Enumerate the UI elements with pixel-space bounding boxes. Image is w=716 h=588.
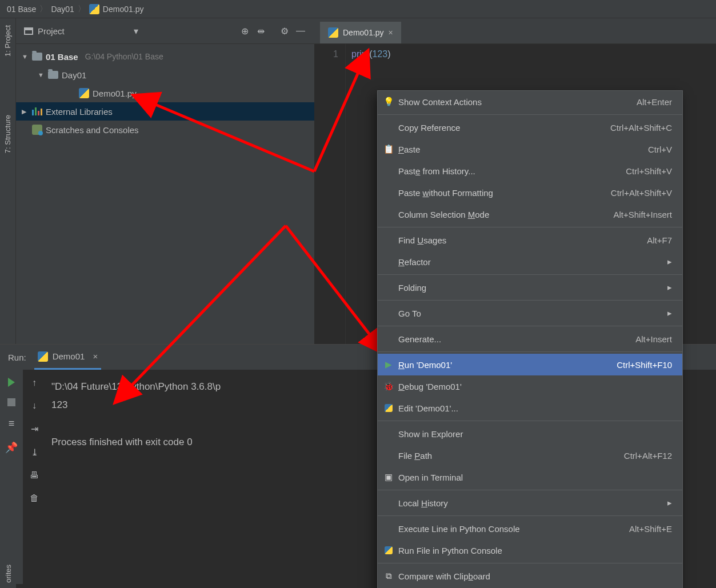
menu-paste[interactable]: 📋PasteCtrl+V xyxy=(378,138,682,160)
menu-shortcut: Ctrl+V xyxy=(648,145,672,154)
menu-separator xyxy=(378,300,682,301)
run-tab-name: Demo01 xyxy=(53,351,85,361)
menu-edit-config[interactable]: Edit 'Demo01'... xyxy=(378,397,682,419)
play-icon[interactable] xyxy=(8,378,15,387)
trash-icon[interactable]: 🗑 xyxy=(30,493,39,503)
menu-debug[interactable]: 🐞Debug 'Demo01' xyxy=(378,375,682,397)
tab-project[interactable]: 1: Project xyxy=(2,22,13,60)
paste-icon: 📋 xyxy=(383,144,394,154)
close-icon[interactable]: × xyxy=(93,351,98,361)
menu-label: Paste without Formatting xyxy=(398,188,493,198)
menu-folding[interactable]: Folding▸ xyxy=(378,277,682,298)
menu-separator xyxy=(378,515,682,516)
tab-favorites[interactable]: orites xyxy=(4,565,13,583)
scratches-icon xyxy=(32,125,42,135)
project-tree: ▼ 01 Base G:\04 Python\01 Base ▼ Day01 D… xyxy=(16,44,314,142)
menu-shortcut: Alt+Insert xyxy=(635,334,672,344)
menu-shortcut: Ctrl+Shift+F10 xyxy=(617,360,672,370)
menu-shortcut: Ctrl+Alt+Shift+C xyxy=(610,123,672,133)
chevron-down-icon: ▼ xyxy=(22,53,29,60)
menu-generate[interactable]: Generate...Alt+Insert xyxy=(378,328,682,350)
menu-label: Run File in Python Console xyxy=(398,546,502,555)
python-file-icon xyxy=(89,4,99,14)
python-icon xyxy=(383,403,394,413)
menu-shortcut: Alt+Shift+E xyxy=(629,524,672,534)
menu-label: Folding xyxy=(398,283,426,293)
menu-find-usages[interactable]: Find UsagesAlt+F7 xyxy=(378,229,682,251)
menu-label: Go To xyxy=(398,309,421,318)
menu-label: Copy Reference xyxy=(398,123,460,133)
menu-show-explorer[interactable]: Show in Explorer xyxy=(378,423,682,445)
menu-label: Local History xyxy=(398,498,448,508)
tree-scratches[interactable]: ▶ Scratches and Consoles xyxy=(16,121,314,139)
run-toolbar: ≡ 📌 xyxy=(0,370,23,584)
arrow-up-icon[interactable]: ↑ xyxy=(32,378,37,388)
bulb-icon: 💡 xyxy=(383,97,394,107)
stop-icon[interactable] xyxy=(7,398,15,406)
menu-column-selection[interactable]: Column Selection ModeAlt+Shift+Insert xyxy=(378,203,682,225)
print-icon[interactable]: 🖶 xyxy=(30,470,39,481)
menu-label: Compare with Clipboard xyxy=(398,571,490,581)
tree-root-label: 01 Base xyxy=(46,52,78,62)
menu-show-context-actions[interactable]: 💡 Show Context Actions Alt+Enter xyxy=(378,91,682,113)
wrap-icon[interactable]: ⇥ xyxy=(31,423,38,434)
menu-shortcut: Ctrl+Alt+F12 xyxy=(624,451,672,461)
menu-paste-history[interactable]: Paste from History...Ctrl+Shift+V xyxy=(378,160,682,182)
tree-file[interactable]: Demo01.py xyxy=(16,84,314,102)
chevron-right-icon: ▸ xyxy=(667,257,672,267)
code-token-paren: ) xyxy=(387,49,390,59)
tree-external-libraries[interactable]: ▶ External Libraries xyxy=(16,102,314,121)
gear-icon[interactable]: ⚙ xyxy=(279,25,290,37)
menu-label: Show Context Actions xyxy=(398,97,482,107)
menu-copy-reference[interactable]: Copy ReferenceCtrl+Alt+Shift+C xyxy=(378,117,682,138)
menu-run-file-console[interactable]: Run File in Python Console xyxy=(378,539,682,561)
minimize-icon[interactable]: — xyxy=(295,25,306,37)
project-header: Project ▾ ⊕ ⇹ ⚙ — xyxy=(16,18,314,44)
menu-shortcut: Ctrl+Alt+Shift+V xyxy=(611,188,672,198)
editor-tab[interactable]: Demo01.py × xyxy=(320,22,401,43)
tab-structure[interactable]: 7: Structure xyxy=(2,111,13,157)
bug-icon: 🐞 xyxy=(383,381,394,391)
menu-compare-clipboard[interactable]: ⧉Compare with Clipboard xyxy=(378,565,682,587)
breadcrumb-root[interactable]: 01 Base xyxy=(7,5,36,14)
tree-root[interactable]: ▼ 01 Base G:\04 Python\01 Base xyxy=(16,47,314,66)
menu-run[interactable]: ▶Run 'Demo01'Ctrl+Shift+F10 xyxy=(378,354,682,375)
menu-separator xyxy=(378,490,682,490)
layout-icon[interactable]: ≡ xyxy=(9,418,15,430)
collapse-icon[interactable]: ⇹ xyxy=(255,25,266,37)
menu-label: Debug 'Demo01' xyxy=(398,382,462,391)
project-title[interactable]: Project xyxy=(38,26,129,36)
editor-tab-bar: Demo01.py × xyxy=(314,18,716,44)
tree-folder-label: Day01 xyxy=(62,70,86,80)
menu-local-history[interactable]: Local History▸ xyxy=(378,492,682,514)
menu-label: Paste xyxy=(398,145,420,154)
menu-open-terminal[interactable]: ▣Open in Terminal xyxy=(378,466,682,488)
pin-icon[interactable]: 📌 xyxy=(5,441,18,454)
chevron-right-icon: 〉 xyxy=(78,4,86,14)
scroll-icon[interactable]: ⤓ xyxy=(31,447,38,458)
tree-folder[interactable]: ▼ Day01 xyxy=(16,66,314,84)
menu-paste-without-formatting[interactable]: Paste without FormattingCtrl+Alt+Shift+V xyxy=(378,182,682,203)
code-token-num: 123 xyxy=(372,49,387,59)
chevron-right-icon: 〉 xyxy=(39,4,47,14)
run-tab[interactable]: Demo01 × xyxy=(34,345,101,370)
target-icon[interactable]: ⊕ xyxy=(239,25,250,37)
menu-execute-line[interactable]: Execute Line in Python ConsoleAlt+Shift+… xyxy=(378,518,682,539)
breadcrumb-file[interactable]: Demo01.py xyxy=(103,5,144,14)
breadcrumb-folder[interactable]: Day01 xyxy=(51,5,74,14)
arrow-down-icon[interactable]: ↓ xyxy=(32,401,37,411)
menu-label: Find Usages xyxy=(398,235,446,245)
menu-file-path[interactable]: File PathCtrl+Alt+F12 xyxy=(378,445,682,466)
menu-label: Edit 'Demo01'... xyxy=(398,403,458,413)
menu-separator xyxy=(378,563,682,563)
menu-goto[interactable]: Go To▸ xyxy=(378,302,682,324)
project-panel: Project ▾ ⊕ ⇹ ⚙ — ▼ 01 Base G:\04 Python… xyxy=(16,18,314,344)
menu-separator xyxy=(378,227,682,227)
line-gutter: 1 xyxy=(314,44,346,344)
tree-scratches-label: Scratches and Consoles xyxy=(46,125,139,135)
menu-refactor[interactable]: Refactor▸ xyxy=(378,251,682,273)
chevron-down-icon[interactable]: ▾ xyxy=(134,26,138,37)
code-token-fn: print xyxy=(351,49,369,59)
close-icon[interactable]: × xyxy=(389,28,393,37)
tree-external-label: External Libraries xyxy=(46,107,113,117)
